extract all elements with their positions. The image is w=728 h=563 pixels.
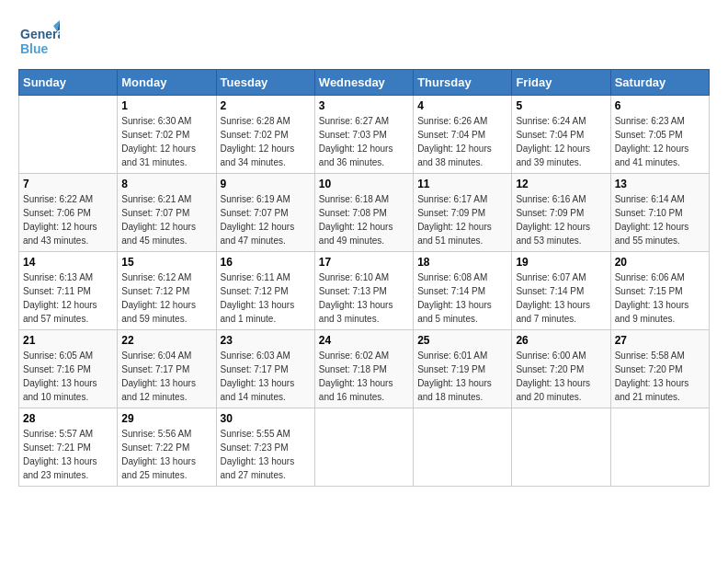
day-number: 25 <box>417 334 507 347</box>
day-info: Sunrise: 6:13 AMSunset: 7:11 PMDaylight:… <box>23 270 113 326</box>
day-number: 17 <box>319 256 409 269</box>
calendar-cell <box>19 96 118 174</box>
calendar-cell: 13Sunrise: 6:14 AMSunset: 7:10 PMDayligh… <box>610 174 709 252</box>
day-number: 4 <box>417 99 507 112</box>
logo-icon: General Blue <box>18 18 60 60</box>
calendar-cell: 2Sunrise: 6:28 AMSunset: 7:02 PMDaylight… <box>216 96 314 174</box>
column-header-sunday: Sunday <box>19 70 118 96</box>
header: General Blue <box>18 18 710 60</box>
calendar-cell: 30Sunrise: 5:55 AMSunset: 7:23 PMDayligh… <box>216 408 314 487</box>
day-number: 30 <box>221 412 311 425</box>
day-info: Sunrise: 6:00 AMSunset: 7:20 PMDaylight:… <box>516 349 606 404</box>
day-info: Sunrise: 6:23 AMSunset: 7:05 PMDaylight:… <box>615 114 705 169</box>
day-info: Sunrise: 6:11 AMSunset: 7:12 PMDaylight:… <box>221 270 311 326</box>
column-header-monday: Monday <box>118 70 216 96</box>
day-number: 5 <box>516 99 606 112</box>
day-number: 27 <box>615 334 705 347</box>
day-number: 8 <box>121 178 211 190</box>
calendar-cell: 1Sunrise: 6:30 AMSunset: 7:02 PMDaylight… <box>118 96 216 174</box>
day-number: 10 <box>319 178 409 190</box>
calendar-cell: 27Sunrise: 5:58 AMSunset: 7:20 PMDayligh… <box>610 330 709 408</box>
day-info: Sunrise: 6:04 AMSunset: 7:17 PMDaylight:… <box>121 349 211 404</box>
calendar-week-2: 7Sunrise: 6:22 AMSunset: 7:06 PMDaylight… <box>19 174 710 252</box>
calendar-cell: 3Sunrise: 6:27 AMSunset: 7:03 PMDaylight… <box>314 96 413 174</box>
day-number: 24 <box>319 334 409 347</box>
day-info: Sunrise: 6:21 AMSunset: 7:07 PMDaylight:… <box>121 192 211 247</box>
calendar-cell <box>610 408 709 487</box>
calendar-cell: 17Sunrise: 6:10 AMSunset: 7:13 PMDayligh… <box>314 252 413 330</box>
day-info: Sunrise: 6:27 AMSunset: 7:03 PMDaylight:… <box>319 114 409 169</box>
day-info: Sunrise: 6:03 AMSunset: 7:17 PMDaylight:… <box>221 349 311 404</box>
calendar-cell: 6Sunrise: 6:23 AMSunset: 7:05 PMDaylight… <box>610 96 709 174</box>
calendar-cell: 19Sunrise: 6:07 AMSunset: 7:14 PMDayligh… <box>512 252 610 330</box>
day-number: 22 <box>121 334 211 347</box>
day-info: Sunrise: 6:30 AMSunset: 7:02 PMDaylight:… <box>121 114 211 169</box>
calendar-cell: 21Sunrise: 6:05 AMSunset: 7:16 PMDayligh… <box>19 330 118 408</box>
day-info: Sunrise: 6:22 AMSunset: 7:06 PMDaylight:… <box>23 192 113 247</box>
calendar-cell: 4Sunrise: 6:26 AMSunset: 7:04 PMDaylight… <box>414 96 512 174</box>
day-info: Sunrise: 6:18 AMSunset: 7:08 PMDaylight:… <box>319 192 409 247</box>
day-info: Sunrise: 6:05 AMSunset: 7:16 PMDaylight:… <box>23 349 113 404</box>
day-info: Sunrise: 6:17 AMSunset: 7:09 PMDaylight:… <box>417 192 507 247</box>
calendar-table: SundayMondayTuesdayWednesdayThursdayFrid… <box>18 69 710 487</box>
day-number: 16 <box>221 256 311 269</box>
calendar-cell: 29Sunrise: 5:56 AMSunset: 7:22 PMDayligh… <box>118 408 216 487</box>
calendar-cell: 24Sunrise: 6:02 AMSunset: 7:18 PMDayligh… <box>314 330 413 408</box>
day-info: Sunrise: 6:08 AMSunset: 7:14 PMDaylight:… <box>417 270 507 326</box>
day-number: 14 <box>23 256 113 269</box>
day-info: Sunrise: 6:26 AMSunset: 7:04 PMDaylight:… <box>417 114 507 169</box>
svg-text:Blue: Blue <box>20 41 49 56</box>
calendar-week-4: 21Sunrise: 6:05 AMSunset: 7:16 PMDayligh… <box>19 330 710 408</box>
day-info: Sunrise: 6:07 AMSunset: 7:14 PMDaylight:… <box>516 270 606 326</box>
day-number: 12 <box>516 178 606 190</box>
day-number: 21 <box>23 334 113 347</box>
column-header-friday: Friday <box>512 70 610 96</box>
calendar-week-5: 28Sunrise: 5:57 AMSunset: 7:21 PMDayligh… <box>19 408 710 487</box>
calendar-header-row: SundayMondayTuesdayWednesdayThursdayFrid… <box>19 70 710 96</box>
column-header-tuesday: Tuesday <box>216 70 314 96</box>
day-info: Sunrise: 6:12 AMSunset: 7:12 PMDaylight:… <box>121 270 211 326</box>
day-info: Sunrise: 5:58 AMSunset: 7:20 PMDaylight:… <box>615 349 705 404</box>
calendar-cell: 9Sunrise: 6:19 AMSunset: 7:07 PMDaylight… <box>216 174 314 252</box>
day-number: 28 <box>23 412 113 425</box>
day-number: 15 <box>121 256 211 269</box>
calendar-cell: 12Sunrise: 6:16 AMSunset: 7:09 PMDayligh… <box>512 174 610 252</box>
day-info: Sunrise: 5:57 AMSunset: 7:21 PMDaylight:… <box>23 427 113 482</box>
calendar-cell: 10Sunrise: 6:18 AMSunset: 7:08 PMDayligh… <box>314 174 413 252</box>
calendar-cell: 11Sunrise: 6:17 AMSunset: 7:09 PMDayligh… <box>414 174 512 252</box>
day-number: 11 <box>417 178 507 190</box>
day-info: Sunrise: 6:06 AMSunset: 7:15 PMDaylight:… <box>615 270 705 326</box>
calendar-cell <box>314 408 413 487</box>
day-number: 2 <box>221 99 311 112</box>
calendar-cell: 5Sunrise: 6:24 AMSunset: 7:04 PMDaylight… <box>512 96 610 174</box>
column-header-saturday: Saturday <box>610 70 709 96</box>
calendar-cell: 14Sunrise: 6:13 AMSunset: 7:11 PMDayligh… <box>19 252 118 330</box>
day-number: 29 <box>121 412 211 425</box>
calendar-cell: 16Sunrise: 6:11 AMSunset: 7:12 PMDayligh… <box>216 252 314 330</box>
day-info: Sunrise: 6:24 AMSunset: 7:04 PMDaylight:… <box>516 114 606 169</box>
day-info: Sunrise: 6:16 AMSunset: 7:09 PMDaylight:… <box>516 192 606 247</box>
calendar-cell: 8Sunrise: 6:21 AMSunset: 7:07 PMDaylight… <box>118 174 216 252</box>
calendar-cell: 20Sunrise: 6:06 AMSunset: 7:15 PMDayligh… <box>610 252 709 330</box>
day-number: 9 <box>221 178 311 190</box>
calendar-cell: 22Sunrise: 6:04 AMSunset: 7:17 PMDayligh… <box>118 330 216 408</box>
day-info: Sunrise: 6:10 AMSunset: 7:13 PMDaylight:… <box>319 270 409 326</box>
calendar-cell <box>512 408 610 487</box>
day-number: 3 <box>319 99 409 112</box>
calendar-cell: 28Sunrise: 5:57 AMSunset: 7:21 PMDayligh… <box>19 408 118 487</box>
calendar-cell <box>414 408 512 487</box>
day-info: Sunrise: 6:19 AMSunset: 7:07 PMDaylight:… <box>221 192 311 247</box>
column-header-wednesday: Wednesday <box>314 70 413 96</box>
calendar-cell: 26Sunrise: 6:00 AMSunset: 7:20 PMDayligh… <box>512 330 610 408</box>
calendar-cell: 18Sunrise: 6:08 AMSunset: 7:14 PMDayligh… <box>414 252 512 330</box>
column-header-thursday: Thursday <box>414 70 512 96</box>
day-info: Sunrise: 6:14 AMSunset: 7:10 PMDaylight:… <box>615 192 705 247</box>
day-info: Sunrise: 5:56 AMSunset: 7:22 PMDaylight:… <box>121 427 211 482</box>
calendar-cell: 23Sunrise: 6:03 AMSunset: 7:17 PMDayligh… <box>216 330 314 408</box>
day-number: 1 <box>121 99 211 112</box>
svg-text:General: General <box>20 27 60 41</box>
day-number: 23 <box>221 334 311 347</box>
logo: General Blue <box>18 18 60 60</box>
calendar-cell: 25Sunrise: 6:01 AMSunset: 7:19 PMDayligh… <box>414 330 512 408</box>
day-number: 18 <box>417 256 507 269</box>
